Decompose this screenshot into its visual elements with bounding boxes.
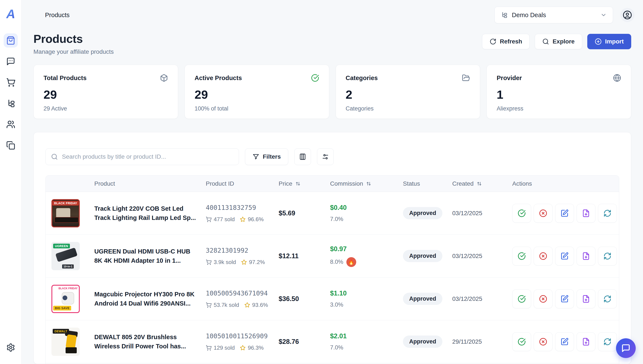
approve-button[interactable] [512, 247, 531, 266]
file-plus-button[interactable] [576, 204, 595, 223]
globe-icon [613, 74, 621, 82]
row-actions [510, 290, 619, 308]
refresh-button[interactable]: Refresh [482, 34, 530, 49]
workspace-name: Demo Deals [512, 12, 596, 19]
chevron-down-icon [600, 12, 607, 18]
edit-button[interactable] [555, 290, 574, 308]
stats-row: Total Products 29 29 Active Active Produ… [22, 55, 643, 119]
chat-icon [6, 57, 15, 66]
shopping-bag-icon [6, 36, 15, 45]
sidebar-item-orders[interactable] [4, 75, 18, 90]
cart-icon [206, 216, 212, 222]
col-actions: Actions [510, 180, 619, 187]
filters-button[interactable]: Filters [245, 148, 288, 165]
col-product: Product [92, 180, 203, 187]
product-id-link[interactable]: 1005005943671094 [206, 290, 276, 297]
sidebar-item-affiliates[interactable] [4, 117, 18, 132]
stat-card-total-products: Total Products 29 29 Active [34, 65, 178, 119]
sidebar-item-settings[interactable] [4, 340, 18, 354]
stat-card-active-products: Active Products 29 100% of total [185, 65, 329, 119]
commission-rate: 7.0% [330, 216, 343, 222]
col-commission[interactable]: Commission [328, 180, 400, 187]
file-plus-icon [582, 338, 590, 346]
reject-button[interactable] [534, 332, 552, 351]
product-thumbnail[interactable]: BLACK FRIDAY BIG SAVE [52, 285, 80, 313]
product-title[interactable]: DEWALT 805 20V Brushless Wireless Drill … [94, 332, 197, 351]
search-box [46, 148, 239, 165]
table-row: BLACK FRIDAY Track Light 220V COB Set Le… [46, 192, 619, 235]
product-title[interactable]: Magcubic Projector HY300 Pro 8K Android … [94, 290, 197, 308]
x-circle-icon [539, 295, 547, 303]
created-date: 03/12/2025 [452, 253, 482, 259]
created-date: 03/12/2025 [452, 296, 482, 302]
cart-icon [206, 259, 212, 265]
check-circle-icon [518, 252, 526, 260]
product-thumbnail[interactable]: BLACK FRIDAY [52, 199, 80, 228]
refresh-label: Refresh [500, 38, 522, 45]
app-logo[interactable]: A [6, 8, 15, 20]
product-id-link[interactable]: 1005010011526909 [206, 332, 276, 340]
copy-files-icon [6, 141, 15, 150]
sync-icon [603, 252, 611, 260]
explore-button[interactable]: Explore [535, 34, 582, 49]
approve-button[interactable] [512, 204, 531, 223]
search-input[interactable] [46, 148, 239, 165]
sort-icon [366, 181, 372, 187]
reject-button[interactable] [534, 247, 552, 266]
table-settings-button[interactable] [317, 148, 334, 165]
avatar[interactable] [620, 8, 634, 22]
sold-count: 129 sold [214, 344, 235, 351]
workspace-selector[interactable]: Demo Deals [494, 7, 613, 23]
sync-button[interactable] [598, 247, 617, 266]
product-id-link[interactable]: 32821301992 [206, 247, 276, 254]
reject-button[interactable] [534, 204, 552, 223]
approve-button[interactable] [512, 290, 531, 308]
file-plus-button[interactable] [576, 332, 595, 351]
edit-button[interactable] [555, 247, 574, 266]
columns-button[interactable] [294, 148, 311, 165]
sync-button[interactable] [598, 204, 617, 223]
stat-value: 2 [346, 88, 470, 102]
stat-value: 1 [497, 88, 621, 102]
sidebar-item-pages[interactable] [4, 138, 18, 152]
breadcrumb: Products [45, 12, 70, 19]
edit-button[interactable] [555, 204, 574, 223]
chat-fab[interactable] [616, 338, 636, 358]
import-button[interactable]: Import [587, 34, 631, 49]
approve-button[interactable] [512, 332, 531, 351]
commission-amount: $2.01 [330, 332, 400, 340]
table-row: 10-in-1 UGREEN UGREEN Dual HDMI USB-C HU… [46, 235, 619, 278]
col-price[interactable]: Price [276, 180, 328, 187]
sidebar-item-products[interactable] [4, 34, 18, 48]
product-thumbnail[interactable]: DEWALT [52, 328, 80, 356]
check-circle-icon [518, 338, 526, 346]
product-title[interactable]: UGREEN Dual HDMI USB-C HUB 8K 4K HDMI Ad… [94, 247, 197, 265]
sold-count: 3.9k sold [214, 259, 236, 266]
thumb-tag: BLACK FRIDAY [59, 287, 78, 290]
product-title[interactable]: Track Light 220V COB Set Led Track Light… [94, 204, 197, 222]
file-plus-button[interactable] [576, 290, 595, 308]
sidebar-item-campaigns[interactable] [4, 96, 18, 110]
sync-icon [603, 209, 611, 217]
edit-button[interactable] [555, 332, 574, 351]
filters-label: Filters [263, 153, 281, 160]
col-created[interactable]: Created [450, 180, 510, 187]
product-thumbnail[interactable]: 10-in-1 UGREEN [52, 242, 80, 270]
check-circle-icon [518, 209, 526, 217]
col-product-id: Product ID [203, 180, 276, 187]
sort-icon [476, 181, 482, 187]
sold-count: 477 sold [214, 216, 235, 223]
check-circle-icon [518, 295, 526, 303]
status-badge: Approved [403, 293, 442, 305]
rating-value: 93.6% [252, 302, 268, 308]
file-plus-button[interactable] [576, 247, 595, 266]
table-header: Product Product ID Price Commission Stat… [46, 176, 619, 192]
sidebar-item-messages[interactable] [4, 54, 18, 68]
product-id-link[interactable]: 4001131832759 [206, 204, 276, 211]
sync-button[interactable] [598, 332, 617, 351]
sync-button[interactable] [598, 290, 617, 308]
row-actions [510, 247, 619, 266]
user-circle-icon [623, 10, 632, 20]
commission-rate: 3.0% [330, 302, 343, 308]
reject-button[interactable] [534, 290, 552, 308]
